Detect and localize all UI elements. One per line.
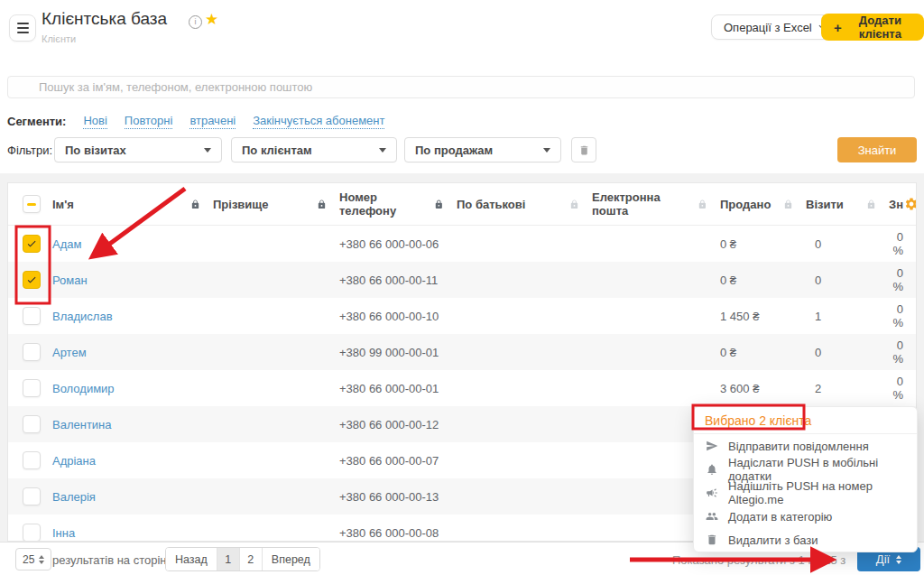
clear-filters-button[interactable] bbox=[571, 137, 596, 162]
menu-item[interactable]: Надішліть PUSH на номер Altegio.me bbox=[694, 481, 917, 505]
menu-item-label: Відправити повідомлення bbox=[728, 440, 869, 453]
row-checkbox[interactable] bbox=[23, 235, 41, 253]
per-page-select[interactable]: 25 bbox=[15, 548, 51, 570]
sold-cell: 0 ₴ bbox=[720, 274, 806, 287]
per-page-label: результатів на сторінці bbox=[52, 553, 176, 567]
column-header-label: Візити bbox=[806, 198, 844, 211]
excel-operations-button[interactable]: Операції з Excel bbox=[711, 14, 839, 40]
table-row: Роман+380 66 000-00-110 ₴00 % bbox=[8, 262, 916, 298]
discount-cell: 0 % bbox=[889, 230, 916, 257]
client-name-link[interactable]: Роман bbox=[52, 274, 213, 287]
row-checkbox-cell bbox=[8, 487, 52, 505]
lock-icon bbox=[783, 199, 793, 209]
phone-cell: +380 66 000-00-07 bbox=[339, 454, 457, 468]
visits-cell: 0 bbox=[806, 274, 889, 287]
client-name-link[interactable]: Артем bbox=[52, 346, 213, 359]
phone-cell: +380 66 000-00-01 bbox=[339, 382, 457, 395]
actions-button-label: Дії bbox=[876, 552, 890, 566]
menu-item[interactable]: Надіслати PUSH в мобільні додатки bbox=[694, 458, 917, 481]
dropdown-arrow-icon bbox=[379, 148, 386, 153]
client-name-link[interactable]: Володимир bbox=[52, 382, 213, 395]
favorite-star-icon[interactable]: ★ bbox=[205, 10, 218, 29]
lock-icon bbox=[866, 199, 876, 209]
phone-cell: +380 66 000-00-06 bbox=[339, 237, 457, 251]
menu-item[interactable]: Видалити з бази bbox=[694, 528, 917, 552]
pagination-page-button[interactable]: 2 bbox=[239, 548, 262, 570]
megaphone-icon bbox=[706, 487, 718, 499]
row-checkbox[interactable] bbox=[23, 524, 41, 542]
check-icon bbox=[26, 274, 37, 285]
column-header: Прізвище bbox=[213, 198, 339, 211]
segment-link[interactable]: Нові bbox=[83, 114, 106, 129]
row-checkbox[interactable] bbox=[23, 307, 41, 325]
settings-gear-icon[interactable] bbox=[904, 197, 917, 211]
page-subtitle: Клієнти bbox=[42, 33, 76, 44]
select-all-checkbox[interactable] bbox=[23, 195, 41, 213]
column-header-label: По батькові bbox=[457, 198, 525, 211]
indeterminate-dash-icon bbox=[27, 203, 36, 206]
filter-dropdown-value: По продажам bbox=[415, 144, 493, 157]
column-header-label: Продано bbox=[720, 198, 771, 211]
menu-item-label: Видалити з бази bbox=[728, 533, 818, 547]
lock-icon bbox=[190, 199, 200, 209]
client-name-link[interactable]: Адам bbox=[52, 237, 213, 251]
row-checkbox[interactable] bbox=[23, 451, 41, 469]
add-client-label: Додати клієнта bbox=[849, 14, 911, 41]
client-name-link[interactable]: Інна bbox=[52, 526, 213, 540]
search-input[interactable] bbox=[7, 76, 915, 98]
row-checkbox-cell bbox=[8, 524, 52, 542]
client-name-link[interactable]: Владислав bbox=[52, 310, 213, 323]
info-icon[interactable]: i bbox=[189, 15, 202, 29]
client-name-link[interactable]: Валерія bbox=[52, 490, 213, 504]
client-name-link[interactable]: Валентина bbox=[52, 418, 213, 431]
phone-cell: +380 66 000-00-10 bbox=[339, 310, 457, 323]
client-name-link[interactable]: Адріана bbox=[52, 454, 213, 468]
row-checkbox[interactable] bbox=[23, 379, 41, 397]
table-row: Адам+380 66 000-00-060 ₴00 % bbox=[8, 226, 916, 262]
row-checkbox-cell bbox=[8, 379, 52, 397]
excel-operations-label: Операції з Excel bbox=[724, 21, 812, 34]
column-header-label: Ім'я bbox=[52, 198, 74, 211]
row-checkbox-cell bbox=[8, 343, 52, 361]
phone-cell: +380 66 000-00-11 bbox=[339, 274, 457, 287]
row-checkbox[interactable] bbox=[23, 415, 41, 433]
sold-cell: 0 ₴ bbox=[720, 237, 806, 251]
segment-link[interactable]: Закінчується абонемент bbox=[253, 114, 384, 129]
check-icon bbox=[26, 238, 37, 249]
row-checkbox[interactable] bbox=[23, 271, 41, 289]
pagination-page-button[interactable]: 1 bbox=[217, 548, 239, 570]
discount-cell: 0 % bbox=[889, 266, 916, 293]
client-base-page: Клієнтська база i ★ Клієнти Операції з E… bbox=[0, 0, 924, 575]
pagination-back-button[interactable]: Назад bbox=[166, 548, 217, 570]
menu-item[interactable]: Додати в категорію bbox=[694, 505, 917, 528]
filter-dropdowns: По візитахПо клієнтамПо продажам bbox=[54, 137, 571, 162]
pagination-forward-button[interactable]: Вперед bbox=[262, 548, 319, 570]
filter-dropdown[interactable]: По клієнтам bbox=[231, 137, 397, 162]
filter-dropdown[interactable]: По візитах bbox=[54, 137, 222, 162]
row-checkbox-cell bbox=[8, 235, 52, 253]
updown-arrows-icon bbox=[39, 555, 44, 564]
column-header-label: Зн bbox=[889, 198, 903, 211]
row-checkbox[interactable] bbox=[23, 343, 41, 361]
sold-cell: 0 ₴ bbox=[720, 346, 806, 359]
find-button[interactable]: Знайти bbox=[837, 137, 917, 162]
lock-icon bbox=[569, 199, 579, 209]
row-checkbox[interactable] bbox=[23, 487, 41, 505]
filter-dropdown-value: По візитах bbox=[65, 144, 126, 157]
menu-item[interactable]: Відправити повідомлення bbox=[694, 434, 917, 458]
hamburger-menu-icon[interactable] bbox=[9, 14, 36, 42]
top-bar: Клієнтська база i ★ Клієнти Операції з E… bbox=[0, 0, 924, 173]
sold-cell: 1 450 ₴ bbox=[720, 310, 806, 323]
dropdown-arrow-icon bbox=[204, 148, 211, 153]
filters-label: Фільтри: bbox=[7, 144, 54, 157]
column-header: Продано bbox=[720, 198, 806, 211]
selected-count-label: Вибрано 2 клієнта bbox=[694, 407, 917, 434]
add-client-button[interactable]: + Додати клієнта bbox=[821, 14, 924, 41]
filter-dropdown[interactable]: По продажам bbox=[404, 137, 561, 162]
segment-link[interactable]: втрачені bbox=[189, 114, 236, 129]
column-header-label: Електронна пошта bbox=[592, 190, 698, 218]
send-icon bbox=[706, 440, 718, 452]
segment-link[interactable]: Повторні bbox=[125, 114, 173, 129]
discount-cell: 0 % bbox=[889, 375, 916, 402]
menu-items: Відправити повідомленняНадіслати PUSH в … bbox=[694, 434, 917, 552]
